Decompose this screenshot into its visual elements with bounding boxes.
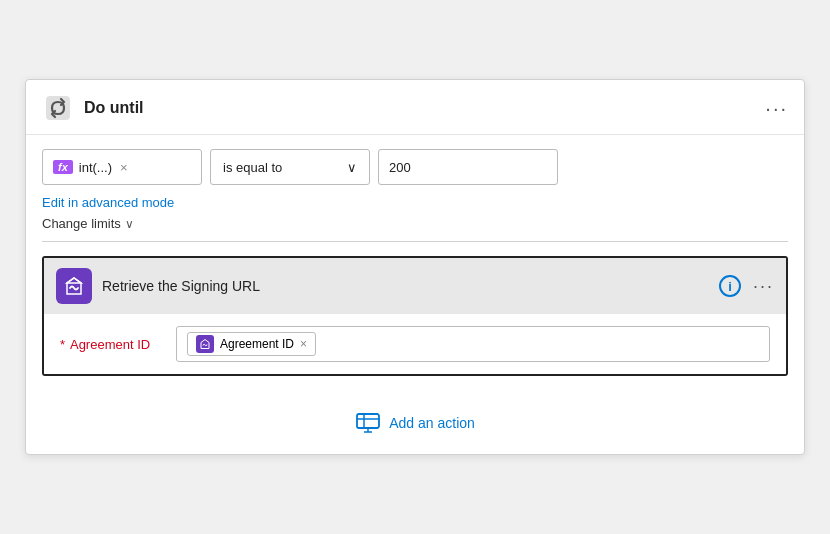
change-limits-chevron-icon: ∨ [125, 217, 134, 231]
condition-token-close[interactable]: × [120, 160, 128, 175]
loop-icon [42, 92, 74, 124]
action-card-left: Retrieve the Signing URL [56, 268, 260, 304]
card-header-left: Do until [42, 92, 144, 124]
condition-token[interactable]: fx int(...) × [42, 149, 202, 185]
do-until-card: Do until ··· fx int(...) × is equal to ∨… [25, 79, 805, 455]
add-action-icon [355, 412, 381, 434]
agreement-id-token-label: Agreement ID [220, 337, 294, 351]
action-card-header: Retrieve the Signing URL i ··· [44, 258, 786, 314]
condition-operator-select[interactable]: is equal to ∨ [210, 149, 370, 185]
edit-advanced-link[interactable]: Edit in advanced mode [42, 195, 788, 210]
svg-rect-1 [357, 414, 379, 428]
condition-value-input[interactable]: 200 [378, 149, 558, 185]
required-marker: * [60, 337, 65, 352]
action-card-right: i ··· [719, 275, 774, 297]
acrobat-icon [56, 268, 92, 304]
card-header: Do until ··· [26, 80, 804, 135]
acrobat-small-icon [196, 335, 214, 353]
condition-operator-label: is equal to [223, 160, 282, 175]
agreement-id-token-close[interactable]: × [300, 337, 307, 351]
fx-badge: fx [53, 160, 73, 174]
card-title: Do until [84, 99, 144, 117]
change-limits-label: Change limits [42, 216, 121, 231]
agreement-id-token[interactable]: Agreement ID × [187, 332, 316, 356]
condition-token-label: int(...) [79, 160, 112, 175]
svg-rect-0 [46, 96, 70, 120]
action-title: Retrieve the Signing URL [102, 278, 260, 294]
action-card-body: * Agreement ID Agreement ID [44, 314, 786, 374]
divider [42, 241, 788, 242]
field-row: * Agreement ID Agreement ID [60, 326, 770, 362]
action-more-options[interactable]: ··· [753, 277, 774, 295]
condition-value-text: 200 [389, 160, 411, 175]
field-label-text: Agreement ID [70, 337, 150, 352]
card-body: fx int(...) × is equal to ∨ 200 Edit in … [26, 135, 804, 454]
action-card: Retrieve the Signing URL i ··· * Agreeme… [42, 256, 788, 376]
add-action-label: Add an action [389, 415, 475, 431]
add-action-container[interactable]: Add an action [42, 392, 788, 444]
change-limits-row[interactable]: Change limits ∨ [42, 216, 788, 231]
chevron-down-icon: ∨ [347, 160, 357, 175]
info-label: i [728, 279, 732, 294]
header-more-options[interactable]: ··· [765, 98, 788, 118]
field-label: * Agreement ID [60, 337, 160, 352]
field-value-box[interactable]: Agreement ID × [176, 326, 770, 362]
condition-row: fx int(...) × is equal to ∨ 200 [42, 149, 788, 185]
info-icon[interactable]: i [719, 275, 741, 297]
